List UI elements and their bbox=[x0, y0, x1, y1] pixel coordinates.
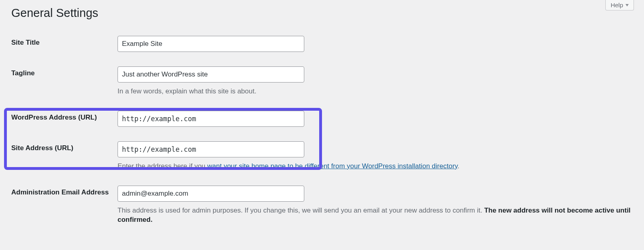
wordpress-address-input[interactable] bbox=[118, 111, 304, 127]
site-address-label: Site Address (URL) bbox=[11, 144, 73, 152]
site-address-description-prefix: Enter the address here if you bbox=[118, 162, 207, 170]
settings-form: Site Title Tagline In a few words, expla… bbox=[0, 29, 644, 232]
tagline-description: In a few words, explain what this site i… bbox=[118, 87, 633, 96]
help-button-label: Help bbox=[611, 2, 623, 8]
site-title-label: Site Title bbox=[11, 39, 40, 46]
site-address-description: Enter the address here if you want your … bbox=[118, 161, 633, 171]
admin-email-input[interactable] bbox=[118, 186, 304, 202]
wordpress-address-label: WordPress Address (URL) bbox=[11, 114, 97, 121]
page-title: General Settings bbox=[0, 0, 644, 25]
site-address-description-link[interactable]: want your site home page to be different… bbox=[207, 162, 458, 170]
admin-email-description: This address is used for admin purposes.… bbox=[118, 206, 633, 225]
site-title-input[interactable] bbox=[118, 36, 304, 52]
site-address-input[interactable] bbox=[118, 141, 304, 157]
tagline-label: Tagline bbox=[11, 69, 35, 77]
chevron-down-icon bbox=[625, 4, 629, 6]
help-button[interactable]: Help bbox=[605, 0, 634, 10]
admin-email-description-prefix: This address is used for admin purposes.… bbox=[118, 207, 484, 214]
tagline-input[interactable] bbox=[118, 66, 304, 83]
site-address-description-suffix: . bbox=[458, 162, 460, 170]
admin-email-label: Administration Email Address bbox=[11, 188, 109, 196]
